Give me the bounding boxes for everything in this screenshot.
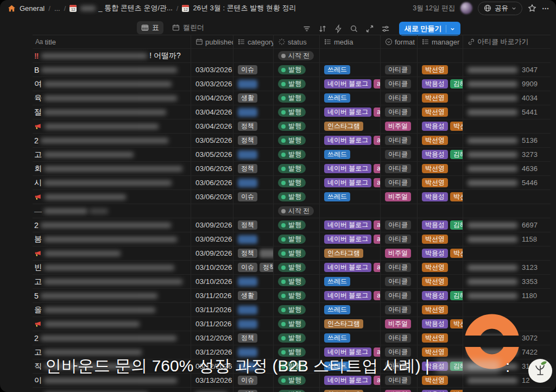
status-발행[interactable]: 발행 — [278, 249, 306, 258]
automation-lightning-icon[interactable] — [334, 24, 343, 33]
manager-cell[interactable]: 박용성박선영 — [418, 388, 463, 392]
format-cell[interactable]: 비주얼 — [381, 119, 418, 133]
category-cell[interactable]: 이슈 — [233, 63, 274, 77]
table-row[interactable]: 정책발행인스타그램비주얼박용성박선영 — [33, 388, 551, 392]
tag-박선영[interactable]: 박선영 — [450, 390, 463, 392]
manager-cell[interactable]: 박선영 — [418, 303, 463, 317]
column-header-media[interactable]: media — [320, 35, 381, 48]
article-link-cell[interactable]: 1180 — [463, 289, 551, 302]
tag-박용성[interactable]: 박용성 — [422, 249, 448, 258]
tag-김혜정[interactable]: 김혜정 — [450, 291, 463, 300]
status-발행[interactable]: 발행 — [278, 93, 306, 103]
status-cell[interactable]: 발행 — [274, 246, 320, 260]
media-cell[interactable]: 쓰레드 — [320, 331, 381, 345]
star-icon[interactable] — [528, 4, 536, 12]
format-cell[interactable]: 비주얼 — [381, 246, 418, 260]
title-cell[interactable]: !!! 어떨까? — [33, 49, 191, 62]
tag-박용성[interactable]: 박용성 — [422, 390, 448, 392]
published-cell[interactable]: 03/12/2026 — [191, 331, 233, 345]
manager-cell[interactable]: 박선영 — [418, 105, 463, 119]
share-button[interactable]: 공유 — [478, 2, 522, 15]
tag-박용성[interactable]: 박용성 — [422, 192, 448, 201]
tag-네이버 블로그[interactable]: 네이버 블로그 — [324, 136, 371, 145]
category-cell[interactable]: 정책 — [233, 134, 274, 147]
tag-admin[interactable]: admin — [374, 79, 381, 88]
breadcrumb-workspace[interactable]: General — [20, 4, 45, 12]
manager-cell[interactable]: 박선영 — [418, 162, 463, 175]
published-cell[interactable]: 03/11/2026 — [191, 317, 233, 331]
manager-cell[interactable] — [418, 204, 463, 218]
tag-admin[interactable]: admin — [374, 108, 381, 117]
tag-박용성[interactable]: 박용성 — [422, 291, 448, 300]
article-link-cell[interactable]: 5446 — [463, 176, 551, 189]
status-cell[interactable]: 발행 — [274, 218, 320, 232]
title-cell[interactable] — [33, 317, 191, 331]
tag-비주얼[interactable]: 비주얼 — [385, 249, 411, 258]
tag-아티클[interactable]: 아티클 — [385, 333, 411, 343]
status-cell[interactable]: 발행 — [274, 275, 320, 288]
status-발행[interactable]: 발행 — [278, 390, 306, 392]
published-cell[interactable]: 03/03/2026 — [191, 63, 233, 77]
article-link-cell[interactable]: 3123 — [463, 261, 551, 274]
category-cell[interactable]: 정책 — [233, 119, 274, 133]
published-cell[interactable]: 03/03/2026 — [191, 77, 233, 91]
status-cell[interactable]: 발행 — [274, 317, 320, 331]
manager-cell[interactable]: 박선영 — [418, 232, 463, 246]
title-cell[interactable]: 올 — [33, 303, 191, 317]
published-cell[interactable]: 03/09/2026 — [191, 232, 233, 246]
status-발행[interactable]: 발행 — [278, 136, 306, 145]
published-cell[interactable] — [191, 388, 233, 392]
article-link-cell[interactable] — [463, 204, 551, 218]
category-cell[interactable] — [233, 232, 274, 246]
status-cell[interactable]: 발행 — [274, 388, 320, 392]
title-cell[interactable]: 5 — [33, 289, 191, 302]
format-cell[interactable] — [381, 204, 418, 218]
tag-생활[interactable]: 생활 — [238, 291, 257, 300]
tag-네이버 블로그[interactable]: 네이버 블로그 — [324, 291, 371, 300]
tag-네이버 블로그[interactable]: 네이버 블로그 — [324, 220, 371, 230]
category-cell[interactable] — [233, 148, 274, 161]
status-발행[interactable]: 발행 — [278, 79, 306, 88]
format-cell[interactable]: 아티클 — [381, 232, 418, 246]
column-header-category[interactable]: category — [233, 35, 274, 48]
category-cell[interactable] — [233, 317, 274, 331]
tag-박용성[interactable]: 박용성 — [422, 79, 448, 88]
media-cell[interactable]: 쓰레드 — [320, 63, 381, 77]
published-cell[interactable]: 03/11/2026 — [191, 289, 233, 302]
tag-아티클[interactable]: 아티클 — [385, 79, 411, 88]
table-row[interactable]: 고03/05/2026발행쓰레드아티클박용성김혜정3273 — [33, 148, 551, 162]
tag-admin[interactable]: admin — [374, 291, 381, 300]
format-cell[interactable]: 비주얼 — [381, 317, 418, 331]
tag-admin[interactable]: admin — [374, 164, 381, 173]
format-cell[interactable]: 아티클 — [381, 289, 418, 302]
title-cell[interactable]: 빈 — [33, 261, 191, 274]
manager-cell[interactable]: 박선영 — [418, 261, 463, 274]
title-cell[interactable] — [33, 388, 191, 392]
category-cell[interactable] — [233, 303, 274, 317]
tag-아티클[interactable]: 아티클 — [385, 235, 411, 244]
manager-cell[interactable]: 박용성박선영 — [418, 119, 463, 133]
tag-네이버 블로그[interactable]: 네이버 블로그 — [324, 108, 371, 117]
tag-아티클[interactable]: 아티클 — [385, 305, 411, 314]
status-cell[interactable]: 발행 — [274, 105, 320, 119]
article-link-cell[interactable]: 3273 — [463, 148, 551, 161]
tag-아티클[interactable]: 아티클 — [385, 65, 411, 74]
tag-쓰레드[interactable]: 쓰레드 — [324, 65, 350, 74]
table-row[interactable]: !!! 어떨까?시작 전 — [33, 49, 551, 63]
tag-비주얼[interactable]: 비주얼 — [385, 122, 411, 131]
table-row[interactable]: 03/04/2026정책발행인스타그램비주얼박용성박선영 — [33, 119, 551, 134]
status-발행[interactable]: 발행 — [278, 150, 306, 159]
tag-박선영[interactable]: 박선영 — [422, 136, 448, 145]
tag-네이버 블로그[interactable]: 네이버 블로그 — [324, 164, 371, 173]
column-header-format[interactable]: format — [381, 35, 418, 48]
format-cell[interactable]: 아티클 — [381, 148, 418, 161]
tag-쓰레드[interactable]: 쓰레드 — [324, 192, 350, 201]
media-cell[interactable]: 네이버 블로그admin — [320, 134, 381, 147]
status-발행[interactable]: 발행 — [278, 235, 306, 244]
status-발행[interactable]: 발행 — [278, 291, 306, 300]
table-row[interactable]: 시03/06/2026발행네이버 블로그admin아티클박선영5446 — [33, 176, 551, 190]
table-row[interactable]: 육03/04/2026생활발행쓰레드아티클박선영4034 — [33, 91, 551, 105]
tag-박용성[interactable]: 박용성 — [422, 122, 448, 131]
title-cell[interactable]: 여 — [33, 77, 191, 91]
status-cell[interactable]: 시작 전 — [274, 49, 320, 62]
